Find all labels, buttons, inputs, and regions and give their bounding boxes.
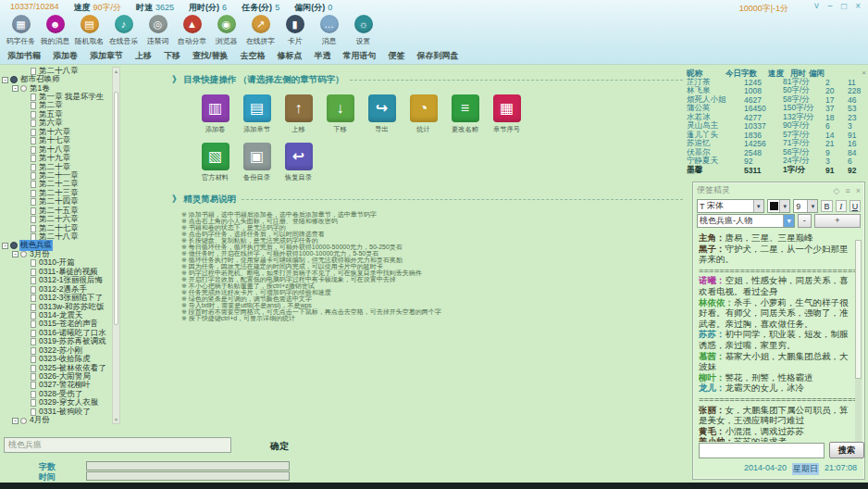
toolbar-action[interactable]: 便签: [389, 50, 405, 62]
tree-row[interactable]: - 第二章: [22, 102, 112, 110]
dir-op-button[interactable]: ↓ 下移: [319, 94, 361, 134]
note-entry: 林依依：杀手，小萝莉，生气的样子很好看。有师父，同居关系，强吻了，准武者。亲过胸…: [699, 297, 850, 330]
tree-expander-icon[interactable]: -: [2, 77, 8, 83]
toolbar-action[interactable]: 添加书籍: [7, 50, 41, 62]
tree-row[interactable]: - 第五章: [22, 110, 112, 119]
toolbar-action[interactable]: 半透: [315, 50, 331, 62]
tree-expander-icon[interactable]: -: [12, 418, 19, 424]
window-button-icon[interactable]: □: [841, 2, 847, 11]
tree-scrollbar[interactable]: ▲ ▼: [112, 67, 120, 424]
window-button-icon[interactable]: ×: [855, 2, 861, 11]
dir-op-button[interactable]: ↪ 导出: [361, 94, 403, 134]
toolbar-icon: ▲: [183, 15, 202, 33]
dir-op-button[interactable]: ▦ 章节序号: [486, 94, 527, 134]
ranking-row[interactable]: 墨馨 5311 1字/分 91 92: [687, 166, 866, 175]
toolbar-action[interactable]: 下移: [164, 50, 180, 62]
dir-op-button[interactable]: ▥ 添加卷: [194, 94, 236, 134]
toolbar-action[interactable]: 查找/替换: [192, 50, 229, 62]
dir-op-button[interactable]: ↩ 恢复目录: [278, 143, 319, 182]
dir-op-button[interactable]: ▧ 官方材料: [194, 143, 236, 182]
chevron-down-icon[interactable]: ▼: [807, 200, 817, 212]
font-select[interactable]: T 宋体 ▼: [697, 199, 764, 213]
note-scrollbar-thumb[interactable]: [855, 240, 862, 379]
toolbar-action[interactable]: 添加章节: [90, 50, 123, 62]
toolbar-button[interactable]: ▲ 自动分章: [175, 15, 209, 47]
toolbar-button[interactable]: ▮ 卡片: [278, 15, 312, 47]
close-icon[interactable]: ×: [862, 69, 866, 77]
note-titlebar-icon[interactable]: ≡: [845, 186, 849, 195]
dir-op-button[interactable]: ▤ 添加章节: [236, 94, 278, 134]
tree-row[interactable]: - 都市召唤师: [2, 75, 112, 83]
toolbar-action[interactable]: 去空格: [241, 50, 266, 62]
toolbar-button[interactable]: ☻ 我的消息: [38, 15, 72, 47]
window-button-icon[interactable]: ˅: [813, 2, 819, 11]
idle-cell: 53: [848, 104, 866, 113]
note-panel-title: 便签精灵: [697, 184, 730, 196]
tip-line: ※ 循环任务执行时，使用穿越卡可继续编制，但无法获得额外元力和灵石奖励: [181, 257, 683, 263]
tree-row[interactable]: - 桃色兵瘟: [2, 242, 112, 250]
dir-op-button[interactable]: ◔ 统计: [403, 94, 444, 134]
scroll-up-icon[interactable]: ▲: [113, 69, 119, 74]
chevron-down-icon[interactable]: ▼: [779, 200, 789, 212]
remove-note-button[interactable]: -: [798, 214, 812, 228]
note-titlebar-icon[interactable]: ◇: [834, 186, 840, 195]
toolbar-button[interactable]: … 消息: [312, 15, 346, 47]
font-size-select[interactable]: 9 ▼: [793, 199, 818, 213]
toolbar-button[interactable]: ↗ 在线拼字: [243, 15, 278, 47]
scroll-down-icon[interactable]: ▼: [113, 417, 119, 422]
speed-cell: 1字/分: [783, 165, 825, 176]
chevron-down-icon[interactable]: ▼: [753, 200, 763, 212]
toolbar-action[interactable]: 修标点: [278, 50, 303, 62]
font-color-select[interactable]: ▼: [767, 199, 790, 213]
toolbar-icon: ▤: [81, 15, 99, 33]
dir-op-button[interactable]: ↑ 上移: [278, 94, 319, 134]
dir-op-button[interactable]: ▣ 备份目录: [236, 143, 278, 182]
toolbar-action[interactable]: 添加卷: [53, 50, 78, 62]
wordcount-field[interactable]: [86, 461, 290, 470]
tree-node-label[interactable]: 4月份: [29, 415, 51, 426]
note-doc-select[interactable]: 桃色兵瘟-人物 ▼: [697, 214, 795, 228]
tip-line: ※ 码字过程中若死机、断电，如果打开后稿子不见了，可在恢复目录中找到丢失稿件: [181, 270, 683, 276]
toolbar-action[interactable]: 上移: [135, 50, 152, 62]
tree-node-icon: [31, 181, 36, 188]
note-titlebar-icon[interactable]: ×: [856, 186, 861, 195]
tree-expander-icon[interactable]: -: [12, 85, 19, 92]
time-field[interactable]: [86, 471, 290, 481]
minutes-cell: 9: [825, 148, 848, 157]
search-input[interactable]: [699, 443, 825, 458]
add-note-button[interactable]: +: [814, 214, 861, 228]
dir-op-label: 添加卷: [196, 125, 234, 134]
tree-expander-icon[interactable]: -: [12, 251, 19, 257]
book-name-input[interactable]: 桃色兵瘟: [4, 437, 231, 453]
tree-row[interactable]: - 4月份: [12, 417, 112, 425]
toolbar-action[interactable]: 常用语句: [343, 50, 377, 62]
toolbar-actions: 添加书籍添加卷添加章节上移下移查找/替换去空格修标点半透常用语句便签保存到网盘: [7, 50, 459, 62]
toolbar-button[interactable]: ▦ 码字任务: [4, 15, 38, 47]
tree-node-icon: [31, 119, 36, 127]
confirm-button[interactable]: 确定: [270, 440, 289, 453]
search-button[interactable]: 搜索: [829, 442, 864, 458]
note-scrollbar[interactable]: ▼: [855, 240, 862, 447]
toolbar-button[interactable]: ◉ 浏览器: [209, 15, 243, 47]
underline-button[interactable]: U: [849, 200, 861, 212]
tree-expander-icon[interactable]: -: [2, 243, 8, 249]
toolbar-button[interactable]: ◎ 违禁词: [141, 15, 175, 47]
dir-op-button[interactable]: ≡ 更改名称: [444, 94, 486, 134]
bold-button[interactable]: B: [821, 200, 832, 212]
tree-scrollbar-thumb[interactable]: [114, 92, 118, 325]
note-text-area[interactable]: 主角：唐易，三星、三星巅峰 黑子：守护犬，二星，从一个少妇那里弄来的。 ====…: [699, 232, 862, 442]
toolbar-action[interactable]: 保存到网盘: [417, 50, 459, 62]
chevron-down-icon[interactable]: ▼: [783, 215, 794, 227]
tree-node-icon: [20, 85, 27, 92]
toolbar-button[interactable]: ☼ 设置: [346, 15, 380, 47]
italic-button[interactable]: I: [836, 200, 847, 212]
tree-node-icon: [31, 225, 36, 232]
character-name: 苏苏：: [699, 329, 725, 339]
stat-item: 10337/10284: [7, 2, 59, 14]
tree-node-icon: [31, 365, 36, 372]
tree-row[interactable]: - 第一章 我是坏学生: [22, 93, 112, 101]
toolbar-button[interactable]: ▤ 随机取名: [72, 15, 106, 47]
tip-line: ※ 每日循环任务，循环执行完后，可额外获得10000-50000元力，50-25…: [181, 244, 683, 250]
toolbar-button[interactable]: ♪ 在线音乐: [106, 15, 141, 47]
window-button-icon[interactable]: −: [827, 2, 833, 11]
